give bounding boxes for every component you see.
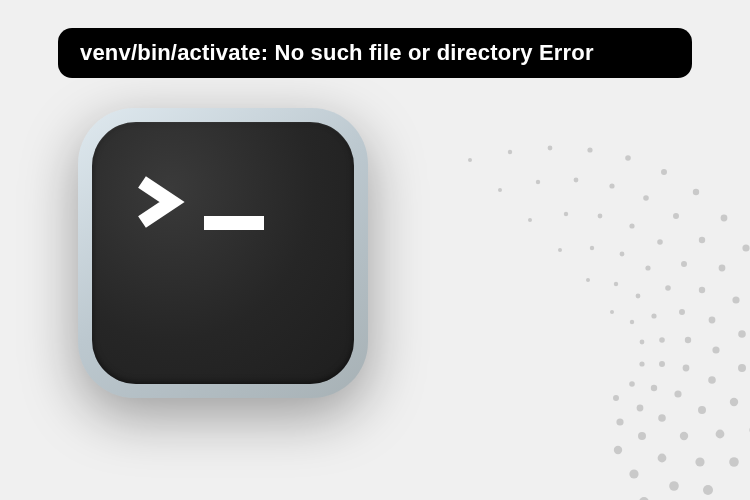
svg-point-9 (742, 244, 749, 251)
svg-point-36 (564, 212, 568, 216)
svg-point-38 (629, 223, 634, 228)
svg-point-15 (729, 457, 739, 467)
page-title-badge: venv/bin/activate: No such file or direc… (58, 28, 692, 78)
svg-point-75 (613, 395, 619, 401)
svg-point-45 (698, 406, 706, 414)
svg-point-70 (610, 310, 614, 314)
svg-point-4 (587, 147, 592, 152)
svg-point-66 (659, 361, 665, 367)
svg-point-19 (498, 188, 502, 192)
svg-point-73 (639, 361, 644, 366)
svg-point-71 (630, 320, 634, 324)
svg-point-62 (614, 282, 618, 286)
terminal-prompt-glyph (134, 174, 264, 230)
svg-point-64 (651, 313, 656, 318)
svg-rect-0 (204, 216, 264, 230)
svg-point-47 (658, 454, 667, 463)
svg-point-57 (674, 390, 681, 397)
svg-point-60 (614, 446, 622, 454)
svg-point-24 (673, 213, 679, 219)
svg-point-27 (732, 296, 739, 303)
cursor-underscore-icon (204, 216, 264, 230)
svg-point-30 (730, 398, 738, 406)
svg-point-41 (699, 287, 705, 293)
svg-point-22 (609, 183, 614, 188)
svg-point-16 (703, 485, 713, 495)
svg-point-7 (693, 189, 699, 195)
svg-point-54 (679, 309, 685, 315)
svg-point-55 (685, 337, 691, 343)
svg-point-3 (548, 146, 553, 151)
svg-point-42 (709, 317, 716, 324)
svg-point-50 (590, 246, 594, 250)
svg-point-49 (558, 248, 562, 252)
svg-point-74 (629, 381, 635, 387)
svg-point-69 (616, 418, 623, 425)
svg-point-35 (528, 218, 532, 222)
svg-point-67 (651, 385, 657, 391)
svg-point-20 (536, 180, 540, 184)
terminal-icon-frame (78, 108, 368, 398)
svg-point-51 (620, 252, 625, 257)
svg-point-61 (586, 278, 590, 282)
svg-point-59 (638, 432, 646, 440)
svg-point-32 (695, 457, 704, 466)
svg-point-53 (665, 285, 671, 291)
svg-point-31 (716, 430, 725, 439)
svg-point-48 (629, 469, 638, 478)
svg-point-23 (643, 195, 649, 201)
svg-point-44 (708, 376, 716, 384)
svg-point-63 (636, 294, 641, 299)
svg-point-5 (625, 155, 631, 161)
svg-point-2 (508, 150, 512, 154)
svg-point-65 (659, 337, 665, 343)
svg-point-52 (645, 265, 650, 270)
svg-point-33 (669, 481, 679, 491)
page-title-text: venv/bin/activate: No such file or direc… (80, 40, 594, 65)
svg-point-37 (598, 214, 603, 219)
svg-point-43 (712, 346, 719, 353)
svg-point-56 (683, 365, 690, 372)
svg-point-21 (574, 178, 579, 183)
svg-point-26 (719, 265, 726, 272)
terminal-icon-screen (92, 122, 354, 384)
svg-point-8 (721, 215, 728, 222)
svg-point-58 (658, 414, 666, 422)
terminal-app-icon (78, 108, 368, 398)
chevron-right-icon (134, 174, 190, 230)
svg-point-46 (680, 432, 688, 440)
svg-point-68 (637, 405, 644, 412)
svg-point-6 (661, 169, 667, 175)
svg-point-25 (699, 237, 705, 243)
svg-point-28 (738, 330, 746, 338)
svg-point-39 (657, 239, 663, 245)
svg-point-1 (468, 158, 472, 162)
svg-point-72 (640, 340, 645, 345)
decorative-dot-swirl (370, 120, 750, 500)
svg-point-29 (738, 364, 746, 372)
svg-point-40 (681, 261, 687, 267)
